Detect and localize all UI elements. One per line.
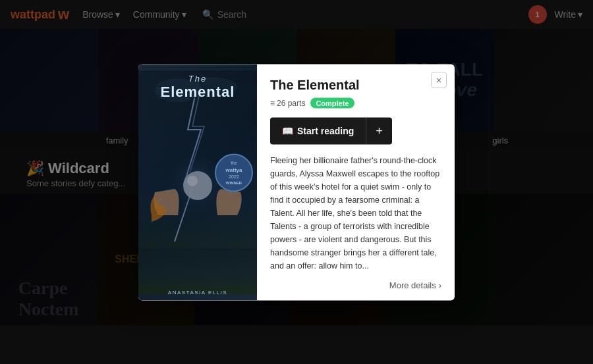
modal-info-panel: × The Elemental ≡ 26 parts Complete 📖 St… [257, 64, 455, 300]
list-icon: ≡ [270, 98, 275, 107]
complete-badge: Complete [310, 97, 354, 108]
chevron-right-icon: › [439, 280, 441, 290]
badge-line1: the [226, 160, 242, 167]
badge-line2: wattya [226, 167, 242, 174]
cover-title-the: The [138, 73, 257, 83]
cover-author: ANASTASIA ELLIS [138, 289, 257, 295]
book-description: Fleeing her billionaire father's round-t… [270, 153, 441, 272]
book-title: The Elemental [270, 77, 422, 92]
more-details-link[interactable]: More details › [270, 280, 441, 290]
action-buttons: 📖 Start reading + [270, 117, 441, 144]
svg-rect-6 [138, 248, 257, 294]
svg-point-5 [187, 176, 198, 186]
parts-count: ≡ 26 parts [270, 98, 305, 107]
close-button[interactable]: × [431, 72, 447, 88]
book-open-icon: 📖 [282, 126, 293, 136]
cover-title-main: Elemental [138, 83, 257, 100]
book-meta: ≡ 26 parts Complete [270, 97, 441, 108]
book-detail-modal: The Elemental the wattya 2022 WINNER ANA… [138, 64, 455, 300]
modal-book-cover: The Elemental the wattya 2022 WINNER ANA… [138, 64, 257, 300]
start-reading-button[interactable]: 📖 Start reading [270, 117, 366, 144]
svg-point-4 [183, 171, 212, 200]
add-to-library-button[interactable]: + [366, 117, 392, 144]
badge-line3: 2022 [226, 174, 242, 180]
badge-line4: WINNER [226, 180, 242, 186]
